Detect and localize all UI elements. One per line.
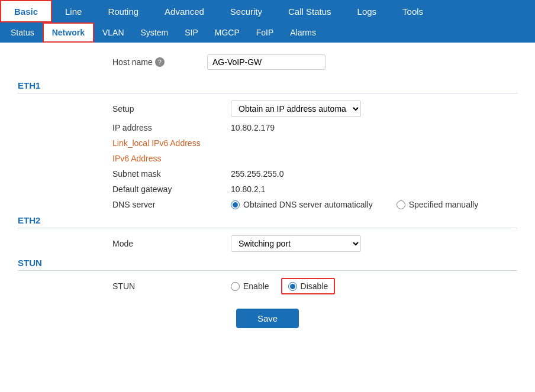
save-row: Save — [18, 309, 517, 328]
top-nav-logs[interactable]: Logs — [344, 0, 390, 22]
sub-nav-alarms[interactable]: Alarms — [282, 22, 324, 43]
stun-options: Enable Disable — [231, 278, 335, 294]
top-nav-tools[interactable]: Tools — [389, 0, 436, 22]
host-name-row: Host name ? — [18, 54, 517, 70]
stun-disable-label: Disable — [301, 281, 328, 291]
top-nav-advanced[interactable]: Advanced — [152, 0, 217, 22]
sub-nav-mgcp[interactable]: MGCP — [207, 22, 248, 43]
eth1-gateway-label: Default gateway — [112, 184, 231, 194]
eth1-dns-manual-radio[interactable] — [397, 200, 405, 209]
top-nav-basic[interactable]: Basic — [0, 0, 52, 22]
sub-nav-foip[interactable]: FoIP — [248, 22, 282, 43]
eth1-dns-auto-radio[interactable] — [231, 200, 240, 209]
stun-disable-box: Disable — [281, 278, 336, 294]
sub-nav-status[interactable]: Status — [2, 22, 43, 43]
top-nav-security[interactable]: Security — [217, 0, 275, 22]
eth1-dns-options: Obtained DNS server automatically Specif… — [231, 200, 478, 209]
help-icon[interactable]: ? — [155, 57, 165, 67]
stun-row: STUN Enable Disable — [18, 278, 517, 294]
eth1-linklocal-label: Link_local IPv6 Address — [112, 138, 231, 148]
eth1-subnet-label: Subnet mask — [112, 169, 231, 179]
eth1-dns-manual-label: Specified manually — [409, 200, 479, 209]
save-button[interactable]: Save — [236, 309, 299, 328]
eth1-dns-auto-option[interactable]: Obtained DNS server automatically — [231, 200, 373, 209]
eth1-ipv6-label: IPv6 Address — [112, 154, 231, 163]
eth2-mode-label: Mode — [112, 239, 231, 248]
eth1-ipv6-row: IPv6 Address — [18, 154, 517, 163]
eth1-linklocal-row: Link_local IPv6 Address — [18, 138, 517, 148]
eth2-mode-row: Mode Switching port Router port — [18, 235, 517, 252]
eth1-subnet-row: Subnet mask 255.255.255.0 — [18, 169, 517, 179]
host-name-label: Host name ? — [112, 57, 195, 67]
eth1-dns-label: DNS server — [112, 200, 231, 209]
eth1-dns-auto-label: Obtained DNS server automatically — [243, 200, 373, 209]
eth1-setup-select[interactable]: Obtain an IP address automatic Specified… — [231, 101, 361, 117]
stun-label: STUN — [112, 281, 231, 291]
eth1-ip-label: IP address — [112, 123, 231, 132]
sub-nav: Status Network VLAN System SIP MGCP FoIP… — [0, 22, 535, 43]
stun-section-header: STUN — [18, 258, 517, 271]
stun-enable-option[interactable]: Enable — [231, 281, 269, 291]
eth1-dns-manual-option[interactable]: Specified manually — [397, 200, 479, 209]
top-nav-call-status[interactable]: Call Status — [275, 0, 344, 22]
sub-nav-sip[interactable]: SIP — [176, 22, 207, 43]
host-name-input[interactable] — [207, 54, 325, 70]
sub-nav-network[interactable]: Network — [43, 22, 94, 43]
eth1-setup-row: Setup Obtain an IP address automatic Spe… — [18, 101, 517, 117]
sub-nav-vlan[interactable]: VLAN — [94, 22, 133, 43]
stun-enable-radio[interactable] — [231, 282, 240, 291]
main-content: Host name ? ETH1 Setup Obtain an IP addr… — [0, 43, 535, 392]
top-nav: Basic Line Routing Advanced Security Cal… — [0, 0, 535, 22]
eth1-gateway-row: Default gateway 10.80.2.1 — [18, 184, 517, 194]
eth2-section-header: ETH2 — [18, 215, 517, 228]
eth1-ip-row: IP address 10.80.2.179 — [18, 123, 517, 132]
top-nav-line[interactable]: Line — [52, 0, 95, 22]
eth1-dns-row: DNS server Obtained DNS server automatic… — [18, 200, 517, 209]
top-nav-routing[interactable]: Routing — [95, 0, 152, 22]
eth1-section-header: ETH1 — [18, 80, 517, 93]
stun-disable-radio[interactable] — [288, 282, 297, 291]
stun-disable-option[interactable]: Disable — [288, 281, 328, 291]
eth1-ip-value: 10.80.2.179 — [231, 123, 275, 132]
eth1-gateway-value: 10.80.2.1 — [231, 184, 265, 194]
eth1-subnet-value: 255.255.255.0 — [231, 169, 284, 179]
stun-enable-label: Enable — [243, 281, 269, 291]
eth1-setup-label: Setup — [112, 104, 231, 114]
eth2-mode-select[interactable]: Switching port Router port — [231, 235, 361, 252]
sub-nav-system[interactable]: System — [133, 22, 177, 43]
